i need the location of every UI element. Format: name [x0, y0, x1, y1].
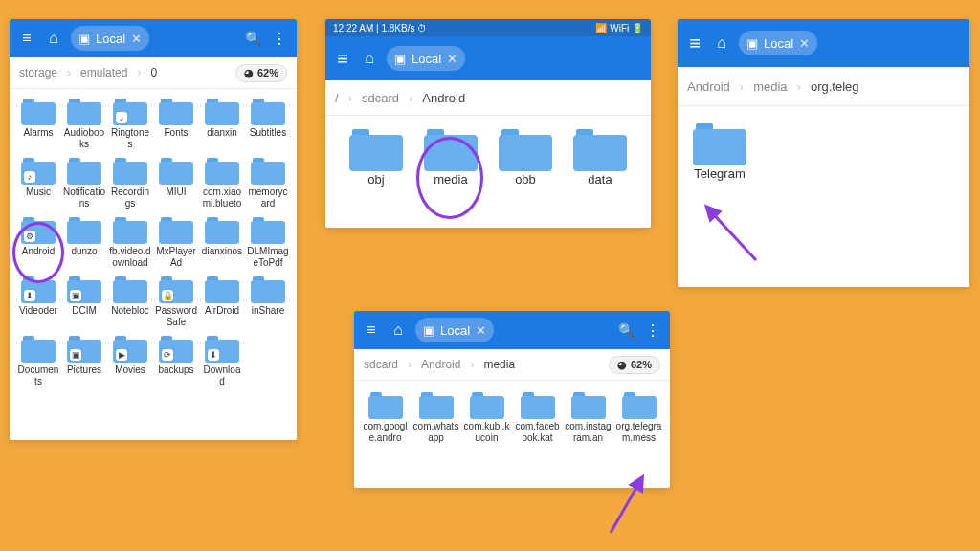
location-pill[interactable]: ▣ Local ✕	[387, 46, 465, 71]
crumb[interactable]: media	[483, 358, 515, 371]
folder-label: Subtitles	[250, 127, 286, 150]
status-right: 📶 WiFi 🔋	[595, 23, 643, 33]
more-icon[interactable]: ⋮	[270, 29, 289, 48]
crumb[interactable]: 0	[150, 66, 157, 79]
search-icon[interactable]: 🔍	[243, 29, 262, 48]
folder-item[interactable]: com.whatsapp	[411, 388, 461, 448]
crumb[interactable]: org.teleg	[811, 79, 859, 94]
crumb[interactable]: /	[335, 91, 339, 105]
crumb[interactable]: Android	[687, 79, 730, 94]
folder-item[interactable]: dunzo	[61, 213, 107, 273]
folder-item[interactable]: ⬇Videoder	[15, 273, 61, 332]
close-icon[interactable]: ✕	[799, 36, 810, 51]
folder-icon	[368, 392, 403, 419]
crumb[interactable]: storage	[19, 66, 57, 79]
storage-pct: 62%	[257, 67, 278, 78]
folder-item[interactable]: Telegram	[691, 120, 748, 186]
folder-item[interactable]: AirDroid	[199, 273, 245, 332]
folder-item[interactable]: ▣DCIM	[61, 273, 107, 332]
folder-item[interactable]: fb.video.download	[107, 213, 153, 273]
crumb[interactable]: sdcard	[362, 91, 399, 105]
crumb[interactable]: sdcard	[364, 358, 398, 371]
crumb[interactable]: Android	[422, 91, 465, 105]
folder-icon	[113, 276, 147, 303]
home-icon[interactable]: ⌂	[389, 320, 408, 340]
folder-item[interactable]: com.facebook.kat	[512, 388, 563, 448]
chevron-icon: ›	[409, 91, 412, 105]
location-pill[interactable]: ▣ Local ✕	[71, 26, 149, 51]
folder-item[interactable]: 🔒PasswordSafe	[153, 273, 199, 332]
folder-item[interactable]: ⬇Download	[199, 332, 245, 391]
folder-item[interactable]: Documents	[15, 332, 61, 391]
folder-icon	[419, 392, 454, 419]
close-icon[interactable]: ✕	[476, 323, 486, 338]
close-icon[interactable]: ✕	[131, 32, 142, 46]
folder-icon	[499, 129, 552, 171]
folder-item[interactable]: ⚙Android	[15, 213, 61, 273]
folder-icon: ▣	[67, 336, 101, 363]
folder-item[interactable]: Fonts	[153, 95, 199, 154]
folder-item[interactable]: Recordings	[107, 154, 153, 213]
folder-icon	[251, 217, 285, 244]
folder-item[interactable]: ▶Movies	[107, 332, 153, 391]
folder-item[interactable]: ▣Pictures	[61, 332, 107, 391]
home-icon[interactable]: ⌂	[360, 49, 379, 68]
chevron-icon: ›	[740, 79, 744, 94]
folder-label: backups	[158, 364, 193, 387]
folder-item[interactable]: data	[563, 125, 637, 191]
crumb[interactable]: media	[753, 79, 787, 94]
folder-item[interactable]: MIUI	[153, 154, 199, 213]
crumb[interactable]: Android	[421, 358, 460, 371]
folder-item[interactable]: com.google.andro	[360, 388, 411, 448]
home-icon[interactable]: ⌂	[44, 29, 63, 48]
hamburger-icon[interactable]: ≡	[17, 29, 36, 48]
folder-label: Download	[201, 364, 243, 387]
location-pill[interactable]: ▣ Local ✕	[415, 318, 494, 342]
folder-item[interactable]: inShare	[245, 273, 291, 332]
folder-item[interactable]: Alarms	[15, 95, 61, 154]
folder-item[interactable]: Notifications	[61, 154, 107, 213]
folder-item[interactable]: com.kubi.kucoin	[461, 388, 512, 448]
crumb[interactable]: emulated	[80, 66, 127, 79]
pill-label: Local	[440, 323, 470, 338]
folder-item[interactable]: DLMImageToPdf	[245, 213, 291, 273]
location-pill[interactable]: ▣ Local ✕	[739, 31, 817, 55]
folder-label: Videoder	[19, 305, 57, 328]
folder-label: fb.video.download	[109, 246, 151, 269]
search-icon[interactable]: 🔍	[616, 320, 635, 340]
hamburger-icon[interactable]: ≡	[333, 49, 352, 68]
folder-icon	[693, 123, 746, 165]
storage-pill[interactable]: ◕ 62%	[235, 64, 287, 82]
folder-icon	[251, 99, 285, 125]
folder-item[interactable]: obj	[339, 125, 413, 191]
hamburger-icon[interactable]: ≡	[685, 33, 704, 53]
folder-item[interactable]: MxPlayerAd	[153, 213, 199, 273]
folder-item[interactable]: memorycard	[245, 154, 291, 213]
folder-item[interactable]: ♪Ringtones	[107, 95, 153, 154]
folder-icon	[67, 99, 101, 125]
folder-item[interactable]: ⟳backups	[153, 332, 199, 391]
home-icon[interactable]: ⌂	[712, 33, 731, 53]
folder-icon: ⟳	[159, 336, 193, 363]
folder-icon: ⬇	[205, 336, 239, 363]
folder-item[interactable]: ♪Music	[15, 154, 61, 213]
folder-label: Android	[22, 246, 55, 269]
folder-item[interactable]: Subtitles	[245, 95, 291, 154]
folder-item[interactable]: dianxin	[199, 95, 245, 154]
folder-icon	[159, 158, 193, 185]
folder-item[interactable]: obb	[488, 125, 563, 191]
more-icon[interactable]: ⋮	[643, 320, 662, 340]
folder-icon	[159, 99, 193, 125]
folder-item[interactable]: media	[413, 125, 488, 191]
folder-icon	[205, 217, 239, 244]
folder-item[interactable]: com.xiaomi.blueto	[199, 154, 245, 213]
folder-item[interactable]: Audiobooks	[61, 95, 107, 154]
storage-pill[interactable]: ◕ 62%	[609, 356, 660, 374]
folder-item[interactable]: Notebloc	[107, 273, 153, 332]
chevron-icon: ›	[797, 79, 801, 94]
close-icon[interactable]: ✕	[447, 52, 457, 66]
folder-item[interactable]: com.instagram.an	[563, 388, 613, 448]
folder-item[interactable]: dianxinos	[199, 213, 245, 273]
folder-item[interactable]: org.telegram.mess	[613, 388, 664, 448]
hamburger-icon[interactable]: ≡	[362, 320, 381, 340]
